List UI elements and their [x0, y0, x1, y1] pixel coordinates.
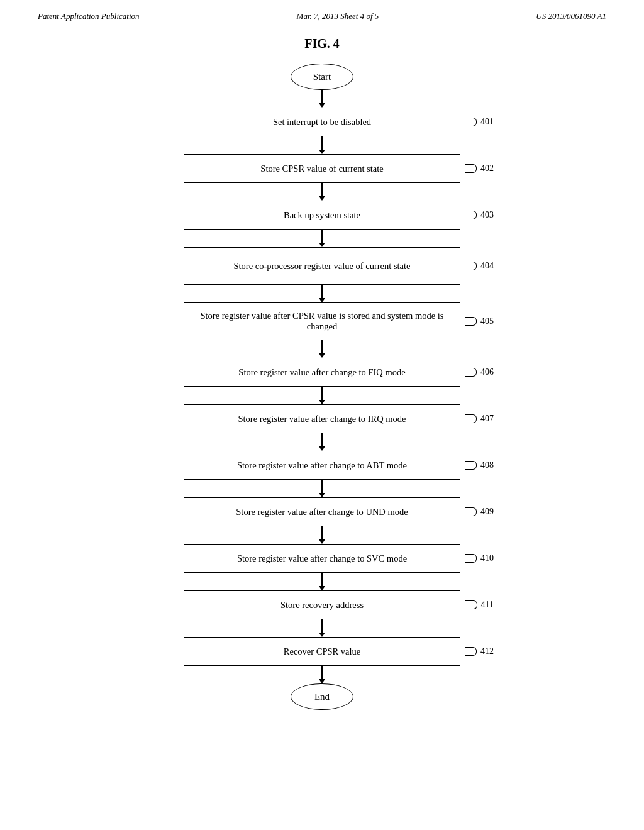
arrow-8: [321, 480, 323, 497]
step-407-box: Store register value after change to IRQ…: [184, 404, 460, 433]
arrow-6: [321, 387, 323, 404]
flowchart: Start Set interrupt to be disabled 401 S…: [0, 64, 644, 735]
step-412-box: Recover CPSR value 412: [184, 637, 460, 666]
step-404-box: Store co-processor register value of cur…: [184, 247, 460, 285]
header-left: Patent Application Publication: [38, 11, 140, 21]
step-410-text: Store register value after change to SVC…: [237, 553, 407, 564]
step-410-box: Store register value after change to SVC…: [184, 544, 460, 573]
step-410-label: 410: [465, 553, 494, 563]
step-412-text: Recover CPSR value: [284, 646, 360, 657]
step-403-box: Back up system state 403: [184, 201, 460, 230]
step-406-label: 406: [465, 367, 494, 377]
step-404-text: Store co-processor register value of cur…: [233, 261, 410, 272]
step-402-text: Store CPSR value of current state: [260, 163, 383, 174]
arrow-3: [321, 230, 323, 247]
start-node: Start: [291, 64, 353, 90]
step-409-label: 409: [465, 507, 494, 517]
step-409-box: Store register value after change to UND…: [184, 497, 460, 526]
step-403-text: Back up system state: [284, 210, 360, 221]
arrow-2: [321, 183, 323, 201]
step-403-label: 403: [465, 210, 494, 220]
end-label: End: [314, 692, 330, 702]
arrow-9: [321, 526, 323, 544]
step-406-box: Store register value after change to FIQ…: [184, 358, 460, 387]
arrow-4: [321, 285, 323, 302]
start-label: Start: [313, 72, 331, 82]
arrow-12: [321, 666, 323, 683]
arrow-1: [321, 136, 323, 154]
step-401-label: 401: [465, 117, 494, 127]
step-408-label: 408: [465, 460, 494, 470]
arrow-line: [321, 90, 323, 104]
arrow-10: [321, 573, 323, 590]
step-406-text: Store register value after change to FIQ…: [238, 367, 405, 378]
step-408-box: Store register value after change to ABT…: [184, 451, 460, 480]
figure-title: FIG. 4: [0, 36, 644, 51]
step-411-box: Store recovery address 411: [184, 590, 460, 619]
step-405-label: 405: [465, 316, 494, 326]
step-402-label: 402: [465, 163, 494, 174]
step-401-text: Set interrupt to be disabled: [273, 117, 371, 128]
arrow-7: [321, 433, 323, 451]
header-right: US 2013/0061090 A1: [536, 11, 606, 21]
step-409-text: Store register value after change to UND…: [236, 507, 408, 517]
header-center: Mar. 7, 2013 Sheet 4 of 5: [297, 11, 379, 21]
step-411-text: Store recovery address: [280, 600, 364, 611]
step-405-text: Store register value after CPSR value is…: [192, 311, 452, 332]
step-411-label: 411: [465, 600, 494, 610]
step-404-label: 404: [465, 261, 494, 271]
step-405-box: Store register value after CPSR value is…: [184, 302, 460, 340]
step-407-text: Store register value after change to IRQ…: [238, 414, 406, 424]
step-401-box: Set interrupt to be disabled 401: [184, 108, 460, 136]
page-header: Patent Application Publication Mar. 7, 2…: [0, 0, 644, 21]
step-408-text: Store register value after change to ABT…: [237, 460, 407, 471]
arrow-start: [321, 90, 323, 108]
step-412-label: 412: [465, 646, 494, 656]
step-402-box: Store CPSR value of current state 402: [184, 154, 460, 183]
arrow-11: [321, 619, 323, 637]
arrow-5: [321, 340, 323, 358]
end-node: End: [291, 683, 353, 710]
step-407-label: 407: [465, 414, 494, 424]
